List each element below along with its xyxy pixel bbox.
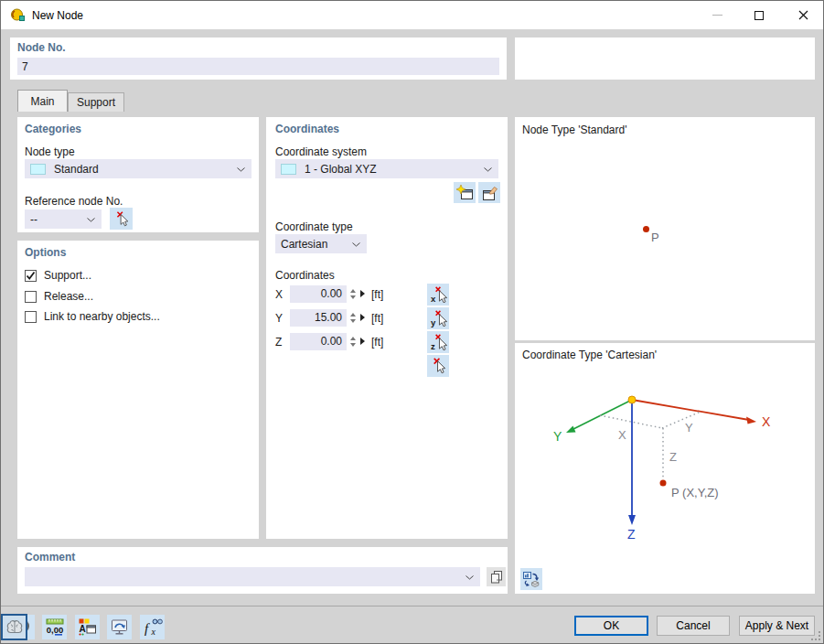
apply-to-view-button[interactable]	[107, 615, 132, 639]
new-window-icon	[456, 185, 474, 201]
units-decimal-icon: 0,00	[45, 617, 65, 637]
maximize-button[interactable]	[738, 1, 780, 29]
close-button[interactable]	[781, 1, 824, 29]
coordinate-system-label: Coordinate system	[275, 145, 367, 158]
comment-combobox[interactable]	[25, 567, 480, 586]
pick-cursor-x-icon: x	[429, 285, 448, 305]
coordinate-system-value: 1 - Global XYZ	[305, 163, 377, 176]
assistant-button[interactable]	[1, 614, 27, 640]
pick-y-button[interactable]: y	[427, 307, 449, 329]
options-title: Options	[25, 246, 66, 259]
categories-panel: Categories Node type Standard Reference …	[17, 117, 259, 232]
pick-cursor-z-icon: z	[429, 333, 448, 352]
node-no-panel: Node No. 7	[10, 38, 507, 80]
y-spinner[interactable]	[349, 309, 357, 327]
coordinate-z-input[interactable]: 0.00	[290, 333, 347, 350]
chevron-down-icon	[87, 218, 95, 222]
y-expand-arrow-icon[interactable]	[360, 314, 365, 321]
comment-panel: Comment	[17, 547, 508, 594]
footer-separator	[1, 606, 823, 606]
svg-text:Z: Z	[669, 450, 677, 464]
z-expand-arrow-icon[interactable]	[360, 338, 365, 345]
pick-point-button[interactable]	[427, 355, 449, 377]
apply-next-button[interactable]: Apply & Next	[739, 616, 815, 636]
coordinate-system-color-swatch	[281, 164, 296, 175]
coordinate-x-input[interactable]: 0.00	[290, 285, 347, 303]
node-type-preview-panel: Node Type 'Standard' P	[515, 117, 815, 340]
svg-text:Y: Y	[685, 421, 693, 435]
x-unit-label: [ft]	[371, 288, 383, 301]
ok-button[interactable]: OK	[574, 616, 648, 636]
cancel-button[interactable]: Cancel	[657, 616, 730, 636]
coordinate-y-input[interactable]: 15.00	[290, 309, 347, 327]
z-spinner[interactable]	[349, 333, 357, 350]
chevron-down-icon	[466, 575, 474, 580]
rotate-view-button[interactable]	[520, 568, 542, 590]
node-point-label: P	[651, 231, 659, 244]
units-settings-button[interactable]: 0,00	[42, 615, 67, 639]
svg-text:0,00: 0,00	[46, 625, 63, 635]
coordinate-system-dropdown[interactable]: 1 - Global XYZ	[275, 159, 498, 178]
support-checkbox[interactable]: Support...	[25, 269, 91, 282]
y-unit-label: [ft]	[371, 312, 383, 325]
link-nearby-checkbox[interactable]: Link to nearby objects...	[25, 310, 160, 323]
comment-title: Comment	[25, 551, 75, 564]
checkbox-unchecked-icon	[25, 291, 37, 303]
formula-button[interactable]: f x	[140, 615, 165, 639]
titlebar: New Node	[1, 1, 823, 29]
tab-main-label: Main	[30, 95, 54, 108]
app-icon	[10, 7, 26, 23]
node-type-preview-title: Node Type 'Standard'	[522, 123, 626, 136]
display-properties-button[interactable]: x A	[75, 615, 100, 639]
x-spinner[interactable]	[349, 285, 357, 303]
svg-text:A: A	[80, 624, 86, 634]
axis-x-label: X	[275, 288, 283, 301]
chevron-down-icon	[484, 167, 492, 172]
edit-coordinate-system-button[interactable]	[478, 182, 500, 203]
apply-next-button-label: Apply & Next	[745, 619, 808, 632]
checkbox-checked-icon	[25, 270, 37, 282]
support-checkbox-label: Support...	[44, 269, 91, 282]
reference-node-dropdown[interactable]: --	[25, 209, 102, 229]
svg-text:X: X	[618, 428, 626, 442]
comment-templates-button[interactable]	[487, 567, 506, 586]
node-type-dropdown[interactable]: Standard	[25, 159, 251, 178]
pick-x-button[interactable]: x	[427, 284, 449, 306]
coordinate-type-label: Coordinate type	[275, 220, 353, 233]
header-right-panel	[515, 38, 815, 80]
minimize-button[interactable]	[696, 1, 738, 29]
resize-grip[interactable]	[811, 631, 821, 641]
node-point-icon	[643, 226, 649, 232]
coordinate-type-dropdown[interactable]: Cartesian	[275, 234, 367, 253]
coordinate-y-value: 15.00	[315, 311, 342, 324]
tab-support[interactable]: Support	[68, 92, 124, 112]
close-icon	[798, 10, 808, 20]
checkbox-unchecked-icon	[25, 311, 37, 323]
reference-node-value: --	[30, 213, 37, 226]
z-unit-label: [ft]	[371, 336, 383, 349]
tab-main[interactable]: Main	[17, 90, 68, 112]
node-type-label: Node type	[25, 145, 75, 158]
axis-z-label: Z	[275, 336, 282, 349]
node-no-label: Node No.	[17, 41, 66, 54]
coordinate-z-value: 0.00	[321, 335, 342, 348]
svg-text:P (X,Y,Z): P (X,Y,Z)	[671, 486, 719, 499]
coordinates-panel: Coordinates Coordinate system 1 - Global…	[266, 117, 508, 539]
svg-text:X: X	[762, 414, 771, 429]
svg-text:x: x	[150, 627, 155, 637]
pick-cursor-icon	[429, 357, 448, 376]
svg-text:f: f	[144, 621, 150, 636]
reference-node-label: Reference node No.	[25, 195, 123, 208]
pick-z-button[interactable]: z	[427, 331, 449, 353]
maximize-icon	[754, 11, 764, 20]
tab-support-label: Support	[77, 96, 115, 109]
brain-icon	[5, 617, 24, 637]
x-expand-arrow-icon[interactable]	[360, 290, 365, 297]
release-checkbox[interactable]: Release...	[25, 290, 93, 303]
rotate-view-icon	[522, 570, 540, 588]
node-no-input[interactable]: 7	[17, 58, 499, 75]
new-coordinate-system-button[interactable]	[454, 182, 476, 203]
reference-node-pick-button[interactable]	[110, 208, 133, 230]
coordinates-title: Coordinates	[275, 123, 339, 135]
axis-y-label: Y	[275, 312, 283, 325]
